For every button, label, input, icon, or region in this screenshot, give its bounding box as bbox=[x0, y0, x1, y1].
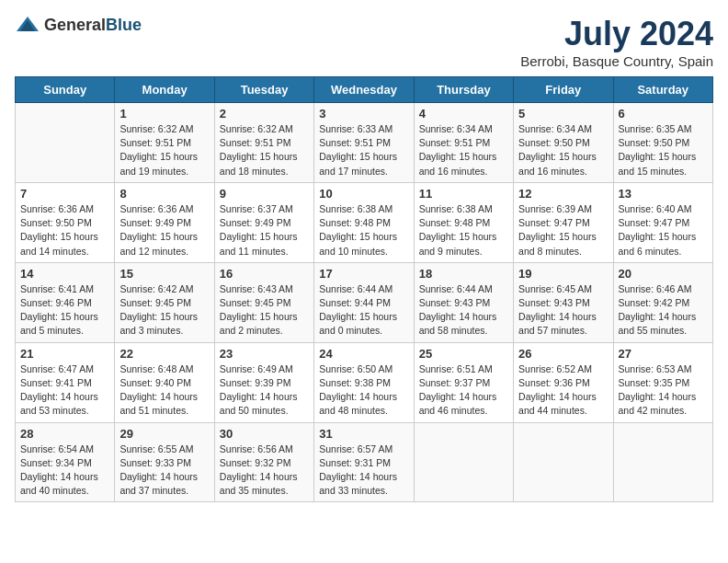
day-number: 7 bbox=[20, 187, 109, 201]
day-number: 1 bbox=[119, 107, 209, 121]
day-number: 2 bbox=[220, 107, 309, 121]
calendar-cell: 28Sunrise: 6:54 AMSunset: 9:34 PMDayligh… bbox=[16, 422, 115, 502]
calendar-cell: 6Sunrise: 6:35 AMSunset: 9:50 PMDaylight… bbox=[613, 103, 712, 183]
calendar-cell: 25Sunrise: 6:51 AMSunset: 9:37 PMDayligh… bbox=[414, 342, 513, 422]
day-info: Sunrise: 6:52 AMSunset: 9:36 PMDaylight:… bbox=[518, 362, 608, 419]
day-number: 8 bbox=[119, 187, 209, 201]
day-number: 25 bbox=[419, 347, 508, 361]
day-info: Sunrise: 6:42 AMSunset: 9:45 PMDaylight:… bbox=[119, 282, 209, 339]
calendar-cell: 3Sunrise: 6:33 AMSunset: 9:51 PMDaylight… bbox=[314, 103, 414, 183]
day-number: 10 bbox=[319, 187, 408, 201]
day-info: Sunrise: 6:44 AMSunset: 9:44 PMDaylight:… bbox=[319, 282, 408, 339]
calendar-header: SundayMondayTuesdayWednesdayThursdayFrid… bbox=[16, 77, 713, 103]
title-block: July 2024 Berrobi, Basque Country, Spain bbox=[520, 15, 713, 69]
calendar-cell: 24Sunrise: 6:50 AMSunset: 9:38 PMDayligh… bbox=[314, 342, 414, 422]
location-subtitle: Berrobi, Basque Country, Spain bbox=[520, 53, 713, 69]
day-number: 14 bbox=[20, 267, 109, 281]
calendar-cell: 9Sunrise: 6:37 AMSunset: 9:49 PMDaylight… bbox=[214, 182, 313, 262]
day-info: Sunrise: 6:46 AMSunset: 9:42 PMDaylight:… bbox=[619, 282, 708, 339]
day-info: Sunrise: 6:45 AMSunset: 9:43 PMDaylight:… bbox=[518, 282, 608, 339]
day-info: Sunrise: 6:32 AMSunset: 9:51 PMDaylight:… bbox=[220, 122, 309, 178]
day-number: 20 bbox=[619, 267, 708, 281]
day-info: Sunrise: 6:53 AMSunset: 9:35 PMDaylight:… bbox=[619, 362, 708, 419]
calendar-cell: 1Sunrise: 6:32 AMSunset: 9:51 PMDaylight… bbox=[115, 103, 214, 183]
day-info: Sunrise: 6:33 AMSunset: 9:51 PMDaylight:… bbox=[319, 122, 408, 178]
day-info: Sunrise: 6:57 AMSunset: 9:31 PMDaylight:… bbox=[319, 442, 408, 499]
calendar-cell: 18Sunrise: 6:44 AMSunset: 9:43 PMDayligh… bbox=[414, 262, 513, 342]
calendar-cell: 7Sunrise: 6:36 AMSunset: 9:50 PMDaylight… bbox=[16, 182, 115, 262]
day-number: 16 bbox=[220, 267, 309, 281]
calendar-cell bbox=[414, 422, 513, 502]
day-number: 22 bbox=[119, 347, 209, 361]
day-info: Sunrise: 6:40 AMSunset: 9:47 PMDaylight:… bbox=[619, 202, 708, 259]
day-info: Sunrise: 6:50 AMSunset: 9:38 PMDaylight:… bbox=[319, 362, 408, 419]
calendar-cell: 8Sunrise: 6:36 AMSunset: 9:49 PMDaylight… bbox=[115, 182, 214, 262]
calendar-cell bbox=[16, 103, 115, 183]
day-info: Sunrise: 6:41 AMSunset: 9:46 PMDaylight:… bbox=[20, 282, 109, 339]
day-info: Sunrise: 6:44 AMSunset: 9:43 PMDaylight:… bbox=[419, 282, 508, 339]
day-info: Sunrise: 6:48 AMSunset: 9:40 PMDaylight:… bbox=[119, 362, 209, 419]
logo-icon bbox=[15, 15, 40, 35]
day-number: 15 bbox=[119, 267, 209, 281]
calendar-cell: 15Sunrise: 6:42 AMSunset: 9:45 PMDayligh… bbox=[115, 262, 214, 342]
calendar-cell bbox=[613, 422, 712, 502]
calendar-cell: 30Sunrise: 6:56 AMSunset: 9:32 PMDayligh… bbox=[214, 422, 313, 502]
day-info: Sunrise: 6:54 AMSunset: 9:34 PMDaylight:… bbox=[20, 442, 109, 499]
calendar-cell: 17Sunrise: 6:44 AMSunset: 9:44 PMDayligh… bbox=[314, 262, 414, 342]
calendar-cell: 20Sunrise: 6:46 AMSunset: 9:42 PMDayligh… bbox=[613, 262, 712, 342]
calendar-cell: 26Sunrise: 6:52 AMSunset: 9:36 PMDayligh… bbox=[514, 342, 613, 422]
calendar-week-4: 21Sunrise: 6:47 AMSunset: 9:41 PMDayligh… bbox=[16, 342, 713, 422]
calendar-cell: 2Sunrise: 6:32 AMSunset: 9:51 PMDaylight… bbox=[214, 103, 313, 183]
calendar-cell bbox=[514, 422, 613, 502]
day-info: Sunrise: 6:38 AMSunset: 9:48 PMDaylight:… bbox=[319, 202, 408, 259]
calendar-cell: 16Sunrise: 6:43 AMSunset: 9:45 PMDayligh… bbox=[214, 262, 313, 342]
day-number: 13 bbox=[619, 187, 708, 201]
day-info: Sunrise: 6:32 AMSunset: 9:51 PMDaylight:… bbox=[119, 122, 209, 178]
calendar-cell: 5Sunrise: 6:34 AMSunset: 9:50 PMDaylight… bbox=[514, 103, 613, 183]
page-header: GeneralBlue July 2024 Berrobi, Basque Co… bbox=[15, 15, 713, 69]
day-number: 6 bbox=[619, 107, 708, 121]
day-header-thursday: Thursday bbox=[414, 77, 513, 103]
day-info: Sunrise: 6:39 AMSunset: 9:47 PMDaylight:… bbox=[518, 202, 608, 259]
day-info: Sunrise: 6:56 AMSunset: 9:32 PMDaylight:… bbox=[220, 442, 309, 499]
calendar-cell: 4Sunrise: 6:34 AMSunset: 9:51 PMDaylight… bbox=[414, 103, 513, 183]
calendar-cell: 31Sunrise: 6:57 AMSunset: 9:31 PMDayligh… bbox=[314, 422, 414, 502]
day-number: 5 bbox=[518, 107, 608, 121]
calendar-cell: 27Sunrise: 6:53 AMSunset: 9:35 PMDayligh… bbox=[613, 342, 712, 422]
day-number: 24 bbox=[319, 347, 408, 361]
calendar-cell: 14Sunrise: 6:41 AMSunset: 9:46 PMDayligh… bbox=[16, 262, 115, 342]
calendar-week-2: 7Sunrise: 6:36 AMSunset: 9:50 PMDaylight… bbox=[16, 182, 713, 262]
month-year-title: July 2024 bbox=[520, 15, 713, 53]
logo-blue: Blue bbox=[106, 16, 142, 34]
day-number: 3 bbox=[319, 107, 408, 121]
calendar-cell: 23Sunrise: 6:49 AMSunset: 9:39 PMDayligh… bbox=[214, 342, 313, 422]
calendar-cell: 19Sunrise: 6:45 AMSunset: 9:43 PMDayligh… bbox=[514, 262, 613, 342]
day-info: Sunrise: 6:43 AMSunset: 9:45 PMDaylight:… bbox=[220, 282, 309, 339]
day-number: 30 bbox=[220, 427, 309, 441]
day-header-friday: Friday bbox=[514, 77, 613, 103]
day-number: 23 bbox=[220, 347, 309, 361]
logo: GeneralBlue bbox=[15, 15, 142, 35]
calendar-table: SundayMondayTuesdayWednesdayThursdayFrid… bbox=[15, 76, 713, 502]
day-number: 26 bbox=[518, 347, 608, 361]
day-number: 31 bbox=[319, 427, 408, 441]
logo-general: General bbox=[44, 16, 106, 34]
day-number: 12 bbox=[518, 187, 608, 201]
day-header-monday: Monday bbox=[115, 77, 214, 103]
day-number: 21 bbox=[20, 347, 109, 361]
day-info: Sunrise: 6:51 AMSunset: 9:37 PMDaylight:… bbox=[419, 362, 508, 419]
calendar-week-5: 28Sunrise: 6:54 AMSunset: 9:34 PMDayligh… bbox=[16, 422, 713, 502]
day-number: 27 bbox=[619, 347, 708, 361]
calendar-cell: 12Sunrise: 6:39 AMSunset: 9:47 PMDayligh… bbox=[514, 182, 613, 262]
day-info: Sunrise: 6:38 AMSunset: 9:48 PMDaylight:… bbox=[419, 202, 508, 259]
day-number: 9 bbox=[220, 187, 309, 201]
day-number: 11 bbox=[419, 187, 508, 201]
day-header-saturday: Saturday bbox=[613, 77, 712, 103]
day-info: Sunrise: 6:34 AMSunset: 9:51 PMDaylight:… bbox=[419, 122, 508, 178]
day-header-wednesday: Wednesday bbox=[314, 77, 414, 103]
day-info: Sunrise: 6:36 AMSunset: 9:50 PMDaylight:… bbox=[20, 202, 109, 259]
day-info: Sunrise: 6:34 AMSunset: 9:50 PMDaylight:… bbox=[518, 122, 608, 178]
calendar-cell: 10Sunrise: 6:38 AMSunset: 9:48 PMDayligh… bbox=[314, 182, 414, 262]
day-number: 28 bbox=[20, 427, 109, 441]
calendar-week-1: 1Sunrise: 6:32 AMSunset: 9:51 PMDaylight… bbox=[16, 103, 713, 183]
